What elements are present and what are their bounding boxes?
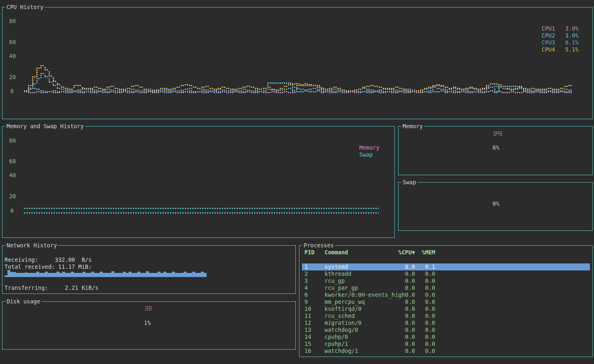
y-tick-0: 0 xyxy=(10,207,14,214)
y-tick-80: 80 xyxy=(9,137,16,144)
y-tick-40: 40 xyxy=(9,172,16,179)
sparkline-dot xyxy=(149,306,150,307)
cpu-history-panel: CPU History 806040200 CPU1 3.0%CPU2 3.0%… xyxy=(2,7,593,119)
cpu-history-chart xyxy=(2,7,592,119)
processes-title: Processes xyxy=(302,242,335,249)
y-tick-60: 60 xyxy=(9,158,16,165)
process-row-11[interactable]: 11 rcu_sched 0.0 0.0 xyxy=(302,312,590,319)
process-row-13[interactable]: 13 watchdog/0 0.0 0.0 xyxy=(302,326,590,333)
sparkline-dot xyxy=(149,310,150,310)
sparkline-dot xyxy=(494,132,495,132)
sparkline-dot xyxy=(147,308,148,309)
y-tick-80: 80 xyxy=(9,18,16,25)
memory-usage-line xyxy=(24,208,379,209)
sparkline-dot xyxy=(146,310,146,310)
sparkline-dot xyxy=(149,308,150,309)
terminal-system-monitor: { "colors": { "background": "#2b2b2b", "… xyxy=(0,0,594,364)
sparkline-dot xyxy=(497,132,497,132)
process-row-12[interactable]: 12 migration/0 0.0 0.0 xyxy=(302,319,590,326)
memory-percent: 6% xyxy=(493,144,499,151)
sparkline-dot xyxy=(501,133,502,134)
y-tick-40: 40 xyxy=(9,53,16,60)
sparkline-dot xyxy=(495,132,496,132)
swap-gauge-panel: Swap 0% xyxy=(398,182,593,231)
y-tick-20: 20 xyxy=(9,193,16,200)
sparkline-dot xyxy=(151,310,151,310)
legend-cpu4: CPU4 5.1% xyxy=(542,46,578,53)
sparkline-dot xyxy=(495,133,496,134)
memory-swap-history-panel: Memory and Swap History 806040200 Memory… xyxy=(2,126,395,238)
legend-cpu3: CPU3 8.1% xyxy=(542,39,578,46)
sparkline-dot xyxy=(147,306,148,307)
disk-percent: 1% xyxy=(144,319,151,326)
network-history-panel: Network History Receiving: 332.00 B/s To… xyxy=(2,245,296,294)
process-row-3[interactable]: 3 rcu_gp 0.0 0.0 xyxy=(302,277,590,284)
swap-gauge-title: Swap xyxy=(401,179,417,186)
sparkline-dot xyxy=(501,132,502,132)
legend-cpu2: CPU2 3.0% xyxy=(542,32,578,39)
process-row-14[interactable]: 14 cpuhp/0 0.0 0.0 xyxy=(302,333,590,341)
sparkline-dot xyxy=(500,135,500,136)
sparkline-dot xyxy=(501,135,502,136)
disk-usage-title: Disk usage xyxy=(5,298,41,305)
sparkline-dot xyxy=(151,308,151,309)
disk-usage-panel: Disk usage 1% xyxy=(2,301,296,350)
sparkline-dot xyxy=(498,133,499,134)
legend-cpu1: CPU1 3.0% xyxy=(542,25,578,32)
legend-swap: Swap xyxy=(359,151,373,158)
processes-panel: Processes PID Command %CPU▼ %MEM 1 syste… xyxy=(299,245,593,357)
y-tick-20: 20 xyxy=(9,74,16,81)
process-row-4[interactable]: 4 rcu_par_gp 0.0 0.0 xyxy=(302,284,590,291)
y-tick-0: 0 xyxy=(10,88,14,95)
y-tick-60: 60 xyxy=(9,39,16,46)
sparkline-dot xyxy=(495,135,496,136)
sparkline-dot xyxy=(147,310,148,310)
sparkline-dot xyxy=(500,132,500,132)
swap-usage-line xyxy=(24,212,379,214)
process-row-1[interactable]: 1 systemd 0.0 0.1 xyxy=(302,263,590,270)
sparkline-dot xyxy=(500,133,500,134)
sparkline-dot xyxy=(151,306,151,307)
swap-percent: 0% xyxy=(493,200,499,207)
sparkline-dot xyxy=(494,135,495,136)
process-row-10[interactable]: 10 ksoftirqd/0 0.0 0.0 xyxy=(302,305,590,312)
transferring-rate-text: Transferring: 2.21 KiB/s xyxy=(5,284,99,291)
memory-gauge-panel: Memory 6% xyxy=(398,126,593,175)
sparkline-dot xyxy=(146,306,146,307)
sparkline-dot xyxy=(146,308,146,309)
sparkline-dot xyxy=(494,133,495,134)
process-row-9[interactable]: 9 mm_percpu_wq 0.0 0.0 xyxy=(302,298,590,305)
process-row-15[interactable]: 15 cpuhp/1 0.0 0.0 xyxy=(302,341,590,348)
sparkline-dot xyxy=(498,132,499,132)
process-row-6[interactable]: 6 kworker/0:0H-events_high0.0 0.0 xyxy=(302,291,590,298)
sparkline-dot xyxy=(497,133,497,134)
memory-gauge-title: Memory xyxy=(401,123,424,130)
process-row-16[interactable]: 16 watchdog/1 0.0 0.0 xyxy=(302,348,590,355)
memory-swap-history-title: Memory and Swap History xyxy=(5,123,85,130)
process-table-header[interactable]: PID Command %CPU▼ %MEM xyxy=(304,249,435,256)
legend-memory: Memory xyxy=(359,144,380,151)
process-row-2[interactable]: 2 kthreadd 0.0 0.0 xyxy=(302,270,590,277)
